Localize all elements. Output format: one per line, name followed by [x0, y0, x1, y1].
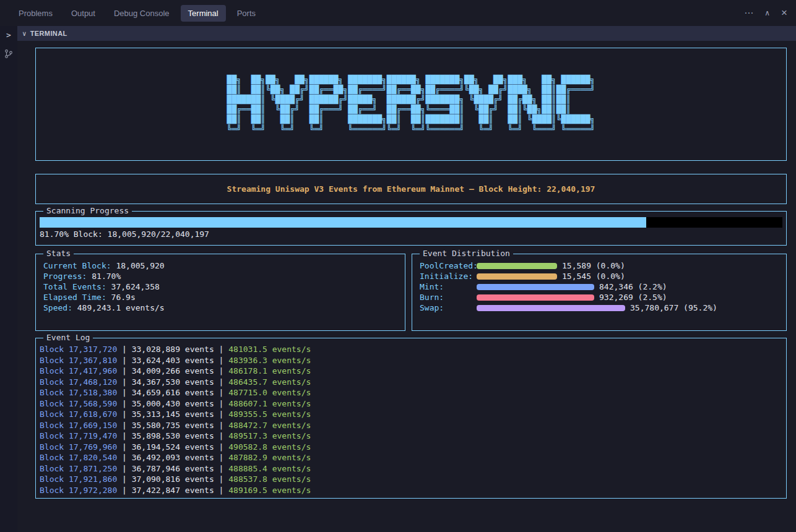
terminal-title[interactable]: TERMINAL: [30, 30, 67, 37]
log-rate: 483936.3 events/s: [228, 356, 311, 365]
stat-value: 37,624,358: [111, 282, 160, 291]
log-events: 36,492,093 events: [132, 453, 214, 462]
scanning-progress-box: Scanning Progress 81.70% Block: 18,005,9…: [35, 211, 787, 246]
log-events: 36,194,524 events: [132, 442, 214, 452]
stat-row: Elapsed Time: 76.9s: [43, 292, 397, 302]
log-rate: 490582.8 events/s: [228, 442, 311, 452]
log-rate: 488472.7 events/s: [228, 421, 311, 430]
log-separator: |: [214, 399, 228, 408]
log-row: Block 17,518,380 | 34,659,616 events | 4…: [40, 387, 779, 398]
log-events: 34,659,616 events: [132, 388, 214, 397]
distribution-label: Initialize:: [420, 272, 477, 281]
tab-ports[interactable]: Ports: [230, 5, 263, 22]
log-events: 35,000,430 events: [132, 399, 214, 408]
log-rate: 488885.4 events/s: [228, 464, 311, 473]
distribution-label: Mint:: [420, 282, 477, 291]
progress-fill: [40, 217, 646, 228]
log-row: Block 17,568,590 | 35,000,430 events | 4…: [40, 398, 779, 410]
ascii-banner: ██╗ ██╗██╗ ██╗██████╗ ███████╗██████╗ ██…: [227, 75, 595, 134]
stat-row: Current Block: 18,005,920: [43, 260, 397, 271]
progress-bar: [40, 217, 782, 228]
log-row: Block 17,618,670 | 35,313,145 events | 4…: [40, 409, 779, 420]
log-row: Block 17,317,720 | 33,028,889 events | 4…: [40, 344, 779, 355]
log-separator: |: [117, 356, 131, 365]
log-rate: 487715.0 events/s: [228, 388, 311, 397]
log-separator: |: [117, 366, 131, 375]
log-separator: |: [214, 388, 228, 397]
terminal-output[interactable]: ██╗ ██╗██╗ ██╗██████╗ ███████╗██████╗ ██…: [17, 41, 796, 532]
ellipsis-icon[interactable]: ⋯: [744, 7, 753, 19]
log-row: Block 17,367,810 | 33,624,403 events | 4…: [40, 355, 779, 366]
distribution-label: Burn:: [420, 293, 477, 302]
distribution-value: 35,780,677 (95.2%): [630, 303, 717, 312]
log-block: Block 17,769,960: [40, 442, 117, 452]
log-rate: 488537.8 events/s: [228, 474, 311, 484]
distribution-bar: [477, 294, 594, 301]
log-events: 37,090,816 events: [132, 474, 214, 484]
panel-tabs: Problems Output Debug Console Terminal P…: [11, 5, 263, 22]
close-icon[interactable]: ×: [781, 7, 787, 19]
log-row: Block 17,972,280 | 37,422,847 events | 4…: [40, 485, 779, 496]
distribution-rows: PoolCreated:15,589 (0.0%)Initialize:15,5…: [420, 260, 779, 313]
log-separator: |: [117, 464, 131, 473]
distribution-value: 15,589 (0.0%): [562, 261, 625, 270]
tab-problems[interactable]: Problems: [11, 5, 60, 22]
log-separator: |: [117, 442, 131, 452]
stat-value: 18,005,920: [116, 261, 164, 270]
panel-sidebar: >: [0, 26, 17, 532]
log-block: Block 17,820,540: [40, 453, 117, 462]
log-separator: |: [117, 345, 131, 354]
panel-tab-bar: Problems Output Debug Console Terminal P…: [0, 0, 796, 26]
subtitle-box: Streaming Uniswap V3 Events from Ethereu…: [35, 174, 787, 204]
stat-label: Current Block:: [43, 261, 111, 270]
distribution-label: Swap:: [420, 303, 477, 312]
chevron-down-icon[interactable]: ∨: [22, 30, 27, 38]
distribution-label: PoolCreated:: [420, 261, 477, 270]
log-rate: 488607.1 events/s: [228, 399, 311, 408]
tab-terminal[interactable]: Terminal: [181, 5, 226, 22]
distribution-value: 932,269 (2.5%): [599, 293, 667, 302]
log-separator: |: [117, 453, 131, 462]
distribution-bar: [477, 284, 594, 290]
log-events: 33,624,403 events: [132, 356, 214, 365]
log-row: Block 17,669,150 | 35,580,735 events | 4…: [40, 420, 779, 431]
log-row: Block 17,468,120 | 34,367,530 events | 4…: [40, 377, 779, 388]
log-separator: |: [117, 421, 131, 430]
distribution-bar: [477, 305, 625, 311]
stat-value: 81.70%: [92, 272, 121, 281]
log-events: 37,422,847 events: [132, 486, 214, 495]
log-row: Block 17,820,540 | 36,492,093 events | 4…: [40, 452, 779, 463]
scanning-progress-title: Scanning Progress: [43, 206, 132, 216]
log-row: Block 17,719,470 | 35,898,530 events | 4…: [40, 431, 779, 442]
log-rate: 489355.5 events/s: [228, 410, 311, 419]
log-separator: |: [214, 356, 228, 365]
log-separator: |: [214, 474, 228, 484]
chevron-up-icon[interactable]: ∧: [764, 9, 770, 17]
log-block: Block 17,921,860: [40, 474, 117, 484]
log-block: Block 17,417,960: [40, 366, 117, 375]
log-events: 35,580,735 events: [132, 421, 214, 430]
tab-output[interactable]: Output: [64, 5, 103, 22]
log-separator: |: [117, 377, 131, 387]
log-separator: |: [214, 421, 228, 430]
log-rate: 489169.5 events/s: [228, 486, 311, 495]
log-separator: |: [117, 431, 131, 440]
log-row: Block 17,769,960 | 36,194,524 events | 4…: [40, 442, 779, 453]
stat-value: 489,243.1 events/s: [77, 303, 165, 312]
log-block: Block 17,669,150: [40, 421, 117, 430]
git-branch-icon[interactable]: [4, 49, 14, 59]
distribution-row: Initialize:15,545 (0.0%): [420, 271, 779, 281]
log-rate: 486178.1 events/s: [228, 366, 311, 375]
log-separator: |: [214, 464, 228, 473]
log-row: Block 17,921,860 | 37,090,816 events | 4…: [40, 474, 779, 485]
log-block: Block 17,367,810: [40, 356, 117, 365]
chevron-right-icon[interactable]: >: [6, 30, 11, 40]
stat-label: Speed:: [43, 303, 72, 312]
distribution-value: 842,346 (2.2%): [599, 282, 667, 291]
log-rate: 489517.3 events/s: [228, 431, 311, 440]
log-block: Block 17,719,470: [40, 431, 117, 440]
log-separator: |: [214, 431, 228, 440]
log-separator: |: [214, 486, 228, 495]
tab-debug-console[interactable]: Debug Console: [106, 5, 177, 22]
distribution-row: PoolCreated:15,589 (0.0%): [420, 260, 779, 271]
